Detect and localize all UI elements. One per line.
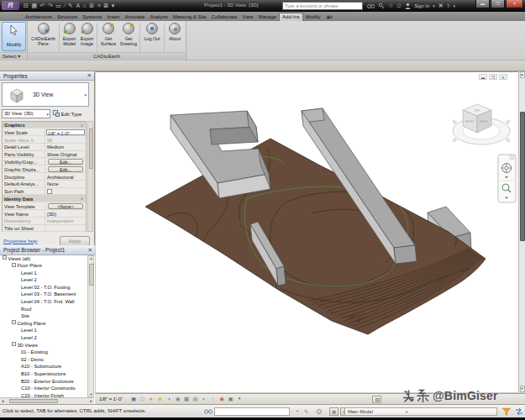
close-hidden-icon[interactable]: ⊠	[103, 1, 108, 11]
lock-view-icon[interactable]: ◐	[201, 395, 207, 402]
tree-item[interactable]: Level 04 - T.O. Fnd. Wall	[0, 298, 87, 306]
tab-collaborate[interactable]: Collaborate	[209, 13, 240, 21]
export-model-button[interactable]: Export Model	[60, 22, 78, 52]
tree-item[interactable]: Level 2	[0, 334, 87, 342]
measure-icon[interactable]: ∕	[64, 1, 65, 11]
tab-annotate[interactable]: Annotate	[122, 13, 147, 21]
visual-style-icon[interactable]: ●	[148, 395, 155, 402]
redo-icon[interactable]: ↷	[48, 1, 53, 11]
view-close-icon[interactable]: ✕	[499, 74, 507, 80]
get-surface-button[interactable]: Get Surface	[98, 22, 118, 52]
text-icon[interactable]: A	[76, 1, 80, 11]
tree-item[interactable]: A10 - Substructure	[0, 363, 87, 370]
modify-button[interactable]: Modify	[2, 22, 26, 51]
search-input[interactable]: Type a keyword or phrase	[282, 2, 363, 10]
tree-item[interactable]: −Floor Plans	[0, 262, 87, 270]
rendering-icon[interactable]: ◉	[175, 395, 181, 402]
edit-button[interactable]: Edit...	[48, 159, 83, 165]
properties-scrollbar[interactable]	[87, 121, 93, 232]
minimize-button[interactable]: ▬	[475, 0, 490, 8]
cadtoearth-pane-button[interactable]: CADtoEarth Pane	[29, 22, 58, 52]
workset-field[interactable]	[214, 407, 290, 416]
vscroll-up-icon[interactable]: ▲	[520, 71, 525, 78]
tree-item[interactable]: B20 - Exterior Enclosure	[0, 378, 87, 386]
3dview-icon[interactable]: ⌂	[83, 1, 87, 11]
navigation-bar[interactable]	[498, 155, 516, 202]
view-minimize-icon[interactable]: ▬	[479, 74, 487, 80]
tree-item[interactable]: Level 2	[0, 276, 87, 284]
scroll-down-icon[interactable]: ▼	[88, 392, 94, 396]
communication-icon[interactable]: ✩	[396, 3, 402, 9]
more-icon[interactable]: ▾	[236, 395, 243, 402]
shadows-icon[interactable]: ◑	[165, 395, 172, 402]
open-icon[interactable]: ⊟	[24, 1, 29, 11]
tab-manage[interactable]: Manage	[255, 13, 279, 21]
tree-item[interactable]: −Views (all)	[0, 255, 87, 263]
crop-view-icon[interactable]: ▦	[183, 395, 190, 402]
worksharing-display-button[interactable]	[372, 396, 381, 403]
property-row[interactable]: View Scale1/8" = 1'-0"	[3, 129, 86, 136]
viewport-vertical-scrollbar[interactable]: ▲ ▼	[518, 71, 525, 392]
help-dropdown-icon[interactable]: ▾	[454, 3, 456, 8]
crop-region-icon[interactable]: ▤	[192, 395, 199, 402]
log-out-button[interactable]: Log Out	[141, 22, 163, 52]
tree-item[interactable]: B10 - Superstructure	[0, 370, 87, 378]
sign-in-label[interactable]: Sign In	[414, 3, 429, 8]
tree-horizontal-scrollbar[interactable]: ◄ ►	[0, 397, 94, 404]
property-row[interactable]: Detail LevelMedium	[3, 144, 86, 151]
close-button[interactable]: ✕	[506, 0, 523, 8]
worksets-glasses-icon[interactable]	[204, 408, 213, 415]
tab-structure[interactable]: Structure	[55, 13, 80, 21]
viewcube[interactable]: TOP FRONT RIGHT	[453, 104, 510, 144]
workset-minus-icon[interactable]: -	[291, 408, 293, 413]
undo-icon[interactable]: ↶	[40, 1, 45, 11]
property-row[interactable]: Title on Sheet	[3, 225, 86, 233]
signin-dropdown-icon[interactable]: ▾	[433, 3, 435, 8]
print-icon[interactable]: ▭	[55, 1, 61, 11]
vscroll-thumb[interactable]	[520, 112, 525, 241]
tree-vertical-scrollbar[interactable]: ▲ ▼	[87, 255, 94, 397]
save-icon[interactable]: ▦	[31, 1, 37, 11]
sun-path-icon[interactable]: ◆	[157, 395, 164, 402]
tree-item[interactable]: Roof	[0, 306, 87, 313]
tab-insert[interactable]: Insert	[104, 13, 122, 21]
tree-item[interactable]: Level 03 - T.O. Basement	[0, 291, 87, 298]
view-restore-icon[interactable]: ❐	[489, 74, 497, 80]
help-icon[interactable]: ?	[447, 3, 450, 9]
type-selector-dropdown-icon[interactable]: ▾	[84, 92, 87, 97]
property-row[interactable]: Graphic Displa...Edit...	[3, 165, 86, 173]
tree-item[interactable]: 01 - Existing	[0, 349, 87, 356]
schedule-icon[interactable]: ≡	[97, 1, 101, 11]
tree-expander-icon[interactable]: −	[3, 255, 7, 260]
scroll-left-icon[interactable]: ◄	[1, 399, 4, 403]
view-template-button[interactable]: <None>	[48, 203, 83, 209]
tab-add-ins[interactable]: Add-Ins	[279, 13, 303, 21]
property-row[interactable]: Default Analys...None	[3, 181, 86, 188]
key-icon[interactable]	[378, 3, 385, 9]
about-button[interactable]: About	[165, 22, 184, 52]
tree-expander-icon[interactable]: −	[12, 263, 16, 267]
tree-expander-icon[interactable]: −	[12, 342, 16, 346]
exchange-icon[interactable]: ✕	[438, 3, 444, 9]
tab-massing-site[interactable]: Massing & Site	[171, 13, 209, 21]
tree-item[interactable]: C10 - Interior Constructio	[0, 385, 87, 392]
property-row[interactable]: View Template<None>	[3, 202, 86, 210]
select-toggle-icon[interactable]	[514, 407, 524, 416]
toposurface[interactable]	[145, 139, 486, 334]
tree-item[interactable]: 02 - Demo	[0, 356, 87, 364]
tree-item[interactable]: Site	[0, 312, 87, 320]
section-icon[interactable]: ⊞	[89, 1, 94, 11]
tree-item[interactable]: Level 1	[0, 327, 87, 334]
3d-view-canvas[interactable]: TOP FRONT RIGHT	[96, 71, 519, 392]
gear-icon[interactable]	[316, 408, 323, 415]
switch-windows-icon[interactable]: ▾	[112, 1, 115, 11]
scroll-up-icon[interactable]: ▲	[88, 256, 94, 260]
tab-systems[interactable]: Systems	[80, 13, 104, 21]
revit-logo-icon[interactable]: R	[2, 1, 19, 10]
apply-button[interactable]: Apply	[60, 236, 90, 246]
editable-only-icon[interactable]: ✎	[304, 408, 308, 414]
property-row[interactable]: Visibility/Grap...Edit...	[3, 158, 86, 165]
section-row[interactable]: Graphics∧	[3, 122, 86, 129]
property-row[interactable]: Parts VisibilityShow Original	[3, 151, 86, 159]
filter-icon[interactable]	[501, 407, 512, 416]
